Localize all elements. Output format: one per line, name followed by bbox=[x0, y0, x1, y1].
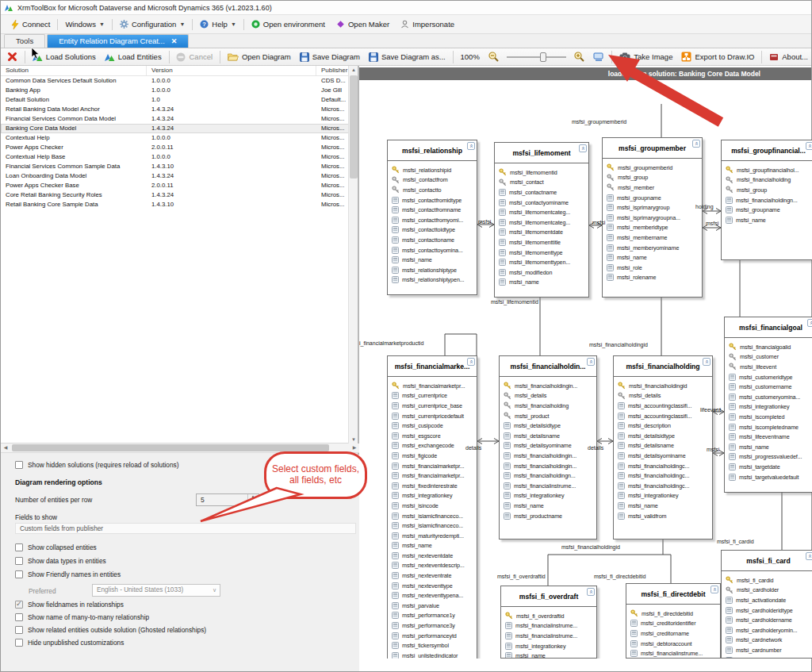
solution-row[interactable]: Contextual Help Base1.0.0.0Micros... bbox=[1, 152, 350, 162]
toolbar-open-diagram-button[interactable]: Open Diagram bbox=[224, 51, 294, 63]
entity-msfsi_groupmember[interactable]: msfsi_groupmember«msfsi_groupmemberidmsf… bbox=[602, 137, 703, 298]
entity-msfsi_financialholding[interactable]: msfsi_financialholding«msfsi_financialho… bbox=[613, 355, 713, 540]
menu-item-impersonate[interactable]: Impersonate bbox=[395, 17, 460, 31]
toolbar-export-to-draw-io-button[interactable]: Export to Draw.IO bbox=[678, 50, 757, 63]
toolbar-zoom-in-button[interactable] bbox=[571, 50, 588, 63]
checkbox[interactable] bbox=[15, 613, 23, 621]
collapse-entity-icon[interactable]: « bbox=[806, 552, 812, 560]
scroll-right-arrow-icon[interactable]: ▶ bbox=[350, 444, 359, 452]
scroll-thumb[interactable] bbox=[12, 444, 329, 451]
checkbox[interactable] bbox=[15, 557, 23, 565]
option-show-name-of-many-to-many-relationship[interactable]: Show name of many-to-many relationship bbox=[15, 613, 206, 621]
checkbox[interactable] bbox=[15, 543, 23, 551]
solution-row[interactable]: Retail Banking Core Sample Data1.4.3.10M… bbox=[1, 200, 350, 209]
show-hidden-solutions-option[interactable]: Show hidden solutions (requires reload o… bbox=[15, 461, 178, 469]
entity-field: msfsi_progressvaluedef... bbox=[729, 452, 812, 463]
toolbar-100-button[interactable]: 100% bbox=[458, 51, 483, 63]
solution-row[interactable]: Financial Services Common Data Model1.4.… bbox=[1, 114, 350, 124]
menu-item-windows[interactable]: Windows▼ bbox=[59, 17, 109, 31]
solution-row[interactable]: Financial Services Common Sample Data1.4… bbox=[1, 162, 350, 171]
solution-row[interactable]: Retail Banking Data Model Anchor1.4.3.24… bbox=[1, 105, 350, 114]
scroll-thumb[interactable] bbox=[350, 75, 358, 179]
toolbar-load-entities-button[interactable]: Load Entities bbox=[102, 51, 165, 63]
toolbar-about-button[interactable]: About... bbox=[766, 51, 811, 63]
solution-row[interactable]: Common Data Services Default Solution1.0… bbox=[1, 76, 350, 86]
column-header-publisher[interactable]: Publisher bbox=[316, 66, 350, 75]
preferred-language-select[interactable]: English - United States (1033)∨ bbox=[92, 584, 220, 597]
collapse-entity-icon[interactable]: « bbox=[692, 140, 700, 148]
attribute-icon bbox=[726, 657, 733, 659]
checkbox[interactable] bbox=[15, 570, 23, 578]
menu-item-open-environment[interactable]: Open environment bbox=[246, 17, 331, 31]
toolbar-zoom-out-button[interactable] bbox=[485, 50, 502, 63]
option-show-data-types-in-entities[interactable]: Show data types in entities bbox=[15, 557, 121, 565]
entity-msfsi_groupfinancial[interactable]: msfsi_groupfinancial...«msfsi_groupfinan… bbox=[721, 140, 812, 260]
collapse-entity-icon[interactable]: « bbox=[467, 358, 475, 366]
column-header-version[interactable]: Version bbox=[147, 66, 316, 75]
tab-tools[interactable]: Tools bbox=[4, 34, 45, 48]
menu-item-open-maker[interactable]: Open Maker bbox=[331, 17, 395, 31]
entity-msfsi_financialgoal[interactable]: msfsi_financialgoal«msfsi_financialgoali… bbox=[724, 317, 812, 493]
checkbox[interactable] bbox=[15, 639, 23, 647]
entity-msfsi_fi_card[interactable]: msfsi_fi_card«msfsi_fi_cardidmsfsi_cardh… bbox=[721, 550, 812, 659]
collapse-entity-icon[interactable]: « bbox=[807, 319, 812, 327]
entities-per-row-stepper[interactable]: 5 ▲▼ bbox=[196, 493, 259, 506]
diagram-canvas[interactable]: msfsi_relationship«msfsi_relationshipidm… bbox=[359, 80, 812, 659]
collapse-entity-icon[interactable]: « bbox=[467, 142, 475, 150]
zoom-slider[interactable] bbox=[507, 52, 567, 63]
cell-solution: Contextual Help bbox=[1, 133, 147, 143]
collapse-entity-icon[interactable]: « bbox=[579, 144, 587, 152]
toolbar-close-x-button[interactable] bbox=[4, 50, 21, 63]
solution-row[interactable]: Banking Core Data Model1.4.3.24Micros... bbox=[1, 124, 350, 133]
field-name: msfsi_financialgoalid bbox=[740, 344, 791, 351]
entity-msfsi_financialmarke[interactable]: msfsi_financialmarke...«msfsi_financialm… bbox=[387, 355, 477, 659]
scroll-up-arrow-icon[interactable]: ▲ bbox=[349, 66, 358, 74]
option-show-fieldnames-in-relationships[interactable]: Show fieldnames in relationships bbox=[15, 601, 206, 609]
menu-item-connect[interactable]: Connect bbox=[6, 17, 56, 32]
slider-thumb[interactable] bbox=[540, 52, 546, 62]
column-header-solution[interactable]: Solution bbox=[1, 66, 147, 75]
solution-row[interactable]: Default Solution1.0Default... bbox=[1, 95, 350, 105]
toolbar-take-image-button[interactable]: Take Image bbox=[616, 51, 676, 63]
stepper-arrows-icon[interactable]: ▲▼ bbox=[247, 494, 258, 505]
show-hidden-solutions-checkbox[interactable] bbox=[15, 461, 23, 469]
solution-row[interactable]: Core Retail Banking Security Roles1.4.3.… bbox=[1, 190, 350, 200]
collapse-entity-icon[interactable]: « bbox=[703, 358, 710, 366]
collapse-entity-icon[interactable]: « bbox=[587, 588, 595, 596]
solution-row[interactable]: Loan Onboarding Data Model1.4.3.24Micros… bbox=[1, 171, 350, 181]
option-show-collapsed-entities[interactable]: Show collapsed entities bbox=[15, 543, 121, 551]
toolbar-cancel-button[interactable]: Cancel bbox=[173, 51, 216, 63]
toolbar-fit-button[interactable] bbox=[590, 51, 607, 63]
entity-msfsi_lifemoment[interactable]: msfsi_lifemoment«msfsi_lifemomentidmsfsi… bbox=[494, 142, 589, 298]
solution-row[interactable]: Contextual Help1.0.0.0Micros... bbox=[1, 133, 350, 143]
scroll-down-arrow-icon[interactable]: ▼ bbox=[349, 436, 358, 444]
toolbar-save-diagram-as-button[interactable]: Save Diagram as... bbox=[366, 51, 449, 63]
menu-item-help[interactable]: ?Help▼ bbox=[194, 17, 241, 31]
toolbar-button-label: Open Diagram bbox=[242, 52, 291, 61]
solution-row[interactable]: Power Apps Checker2.0.0.11Micros... bbox=[1, 143, 350, 152]
collapse-entity-icon[interactable]: « bbox=[587, 358, 595, 366]
solution-list-vertical-scrollbar[interactable]: ▲ ▼ bbox=[348, 66, 358, 444]
key-gold-icon bbox=[630, 609, 638, 617]
entity-msfsi_financialholdin[interactable]: msfsi_financialholdin...«msfsi_financial… bbox=[499, 355, 597, 540]
collapse-entity-icon[interactable]: « bbox=[806, 142, 812, 150]
option-hide-unpublished-customizations[interactable]: Hide unpublished customizations bbox=[15, 639, 206, 647]
menu-item-configuration[interactable]: Configuration▼ bbox=[114, 17, 190, 31]
checkbox[interactable] bbox=[15, 626, 23, 634]
option-show-related-entities-outside-solution-g[interactable]: Show related entities outside solution (… bbox=[15, 626, 206, 634]
fields-to-show-select[interactable]: Custom fields from publisher bbox=[15, 523, 356, 534]
tab-close-icon[interactable]: ✕ bbox=[171, 37, 178, 45]
entity-msfsi_fi_directdebit[interactable]: msfsi_fi_directdebit«msfsi_fi_directdebi… bbox=[626, 583, 721, 659]
solution-row[interactable]: Power Apps Checker Base2.0.0.11Micros... bbox=[1, 181, 350, 190]
collapse-entity-icon[interactable]: « bbox=[710, 586, 718, 593]
entity-header: msfsi_groupfinancial...« bbox=[722, 140, 812, 161]
entity-msfsi_fi_overdraft[interactable]: msfsi_fi_overdraft«msfsi_fi_overdraftidm… bbox=[500, 586, 597, 659]
toolbar-save-diagram-button[interactable]: Save Diagram bbox=[297, 51, 363, 63]
checkbox[interactable] bbox=[15, 601, 23, 609]
solution-row[interactable]: Banking App1.0.0.0Joe Gill bbox=[1, 86, 350, 95]
option-show-friendly-names-in-entities[interactable]: Show Friendly names in entities bbox=[15, 570, 121, 578]
entity-field: msfsi_details bbox=[618, 391, 712, 401]
entity-msfsi_relationship[interactable]: msfsi_relationship«msfsi_relationshipidm… bbox=[387, 140, 477, 295]
tab-entity-relation-diagram-creat-[interactable]: Entity Relation Diagram Creat...✕ bbox=[47, 34, 189, 48]
scroll-left-arrow-icon[interactable]: ◀ bbox=[1, 444, 10, 452]
